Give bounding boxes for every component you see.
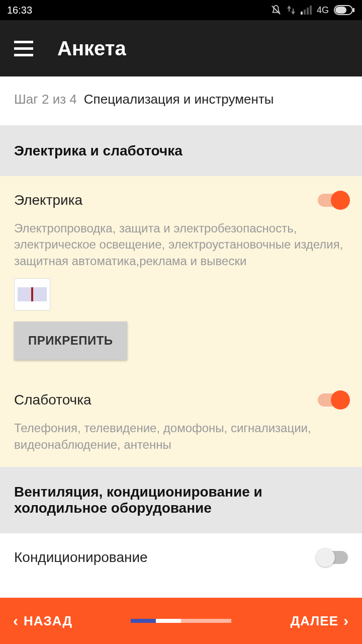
attach-button[interactable]: ПРИКРЕПИТЬ	[14, 321, 127, 360]
attachment-thumbnail[interactable]	[14, 278, 50, 310]
back-button[interactable]: ‹ НАЗАД	[13, 612, 72, 629]
next-button[interactable]: ДАЛЕЕ ›	[290, 612, 349, 629]
toggle-conditioning[interactable]	[318, 551, 348, 564]
back-label: НАЗАД	[24, 613, 72, 629]
category-lowvoltage: Слаботочка Телефония, телевидение, домоф…	[0, 374, 362, 467]
toggle-lowvoltage[interactable]	[318, 393, 348, 407]
category-title: Кондиционирование	[14, 549, 148, 566]
category-desc: Телефония, телевидение, домофоны, сигнал…	[14, 420, 348, 453]
step-title: Специализация и инструменты	[84, 92, 274, 107]
next-label: ДАЛЕЕ	[290, 613, 338, 629]
step-bar: Шаг 2 из 4 Специализация и инструменты	[0, 76, 362, 126]
section-header-hvac: Вентиляция, кондиционирование и холодиль…	[0, 467, 362, 533]
battery-icon	[334, 5, 355, 15]
progress-bar	[131, 619, 231, 623]
status-bar: 16:33 4G	[0, 0, 362, 20]
chevron-left-icon: ‹	[13, 612, 19, 629]
category-desc: Электропроводка, защита и электробезопас…	[14, 220, 348, 269]
chevron-right-icon: ›	[343, 612, 349, 629]
svg-rect-6	[353, 8, 354, 12]
category-title: Электрика	[14, 192, 82, 208]
toggle-electrical[interactable]	[318, 194, 348, 207]
svg-rect-1	[301, 12, 303, 15]
category-conditioning: Кондиционирование	[0, 533, 362, 580]
signal-icon	[301, 6, 312, 15]
status-time: 16:33	[7, 5, 32, 16]
svg-line-0	[272, 6, 281, 15]
footer-nav: ‹ НАЗАД ДАЛЕЕ ›	[0, 598, 362, 644]
network-label: 4G	[317, 5, 329, 16]
category-title: Слаботочка	[14, 392, 92, 408]
menu-icon[interactable]	[14, 41, 33, 56]
svg-rect-3	[307, 8, 309, 15]
svg-rect-2	[304, 10, 306, 15]
mute-icon	[270, 5, 282, 16]
app-bar: Анкета	[0, 20, 362, 76]
section-header-electrical: Электрика и слаботочка	[0, 126, 362, 176]
page-title: Анкета	[57, 37, 126, 60]
svg-rect-7	[335, 7, 346, 14]
status-right: 4G	[270, 5, 355, 16]
data-arrows-icon	[287, 5, 296, 16]
svg-rect-4	[310, 6, 312, 15]
category-electrical: Электрика Электропроводка, защита и элек…	[0, 176, 362, 374]
step-prefix: Шаг 2 из 4	[14, 92, 77, 107]
